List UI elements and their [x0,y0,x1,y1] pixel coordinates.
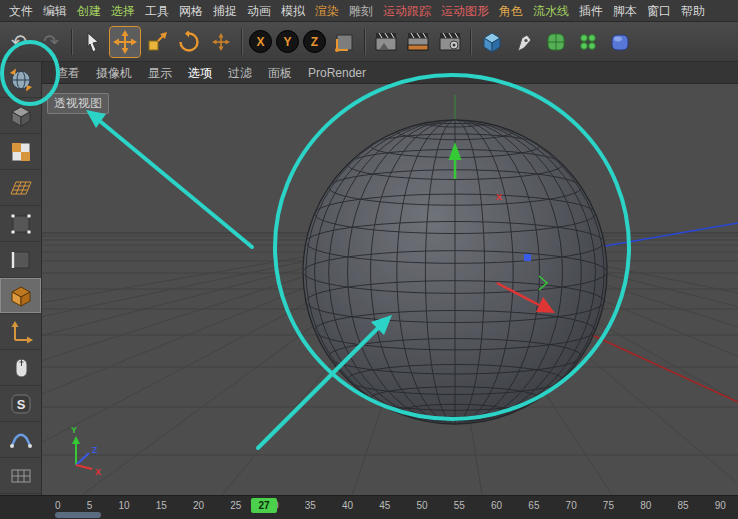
menu-pipeline[interactable]: 流水线 [528,0,574,22]
last-used-tool-icon[interactable] [206,27,236,57]
menu-mesh[interactable]: 网格 [174,0,208,22]
menu-motion-tracker[interactable]: 运动跟踪 [378,0,436,22]
application-window: 文件 编辑 创建 选择 工具 网格 捕捉 动画 模拟 渲染 雕刻 运动跟踪 运动… [0,0,738,519]
polygons-mode-icon[interactable] [0,278,41,314]
snap-icon[interactable]: S [0,386,41,422]
menu-create[interactable]: 创建 [72,0,106,22]
timeline-tick: 50 [417,500,428,511]
viewport-solo-icon[interactable] [0,350,41,386]
modeling-settings-icon[interactable] [0,422,41,458]
current-frame-marker[interactable]: 27 [251,498,277,513]
svg-text:Z: Z [92,445,98,455]
timeline-tick: 25 [230,500,241,511]
timeline-tick: 45 [379,500,390,511]
svg-text:X: X [95,467,101,477]
timeline-tick: 70 [566,500,577,511]
x-lock-button[interactable]: X [249,30,272,53]
menu-script[interactable]: 脚本 [608,0,642,22]
view-menu-prorender[interactable]: ProRender [300,62,374,84]
menu-mograph[interactable]: 运动图形 [436,0,494,22]
timeline-tick: 10 [118,500,129,511]
timeline-tick: 80 [640,500,651,511]
redo-icon[interactable]: ↷ [36,27,66,57]
svg-text:Y: Y [71,425,77,435]
coordinate-system-icon[interactable] [329,27,359,57]
mograph-icon[interactable] [573,27,603,57]
menu-animate[interactable]: 动画 [242,0,276,22]
menu-edit[interactable]: 编辑 [38,0,72,22]
timeline-tick: 20 [193,500,204,511]
timeline-tick: 15 [156,500,167,511]
render-picture-viewer-icon[interactable] [403,27,433,57]
points-mode-icon[interactable] [0,206,41,242]
left-toolbar: S [0,62,42,495]
toolbar-separator [470,29,472,55]
workplane-mode-icon[interactable] [0,170,41,206]
timeline-tick: 90 [715,500,726,511]
menu-plugins[interactable]: 插件 [574,0,608,22]
menu-render[interactable]: 渲染 [310,0,344,22]
scene-canvas[interactable]: X Y Z X [42,84,738,495]
enable-axis-icon[interactable] [0,314,41,350]
timeline-tick: 0 [55,500,61,511]
scale-tool-icon[interactable] [142,27,172,57]
edges-mode-icon[interactable] [0,242,41,278]
toolbar-separator [241,29,243,55]
timeline-tick: 65 [528,500,539,511]
axis-orientation-indicator: Y Z X [71,425,101,477]
render-settings-icon[interactable] [435,27,465,57]
menu-simulate[interactable]: 模拟 [276,0,310,22]
timeline-scrollbar-handle[interactable] [55,512,101,518]
svg-text:S: S [16,397,25,412]
view-menu-cameras[interactable]: 摄像机 [88,62,140,84]
menubar: 文件 编辑 创建 选择 工具 网格 捕捉 动画 模拟 渲染 雕刻 运动跟踪 运动… [0,0,738,22]
live-selection-icon[interactable] [78,27,108,57]
viewport-label: 透视视图 [47,93,109,114]
cube-primitive-icon[interactable] [477,27,507,57]
timeline-tick: 60 [491,500,502,511]
model-mode-icon[interactable] [0,98,41,134]
svg-text:X: X [496,192,502,202]
menu-snap[interactable]: 捕捉 [208,0,242,22]
timeline-tick: 40 [342,500,353,511]
timeline-tick: 35 [305,500,316,511]
view-menu-filter[interactable]: 过滤 [220,62,260,84]
z-lock-button[interactable]: Z [303,30,326,53]
timeline-tick: 55 [454,500,465,511]
menu-help[interactable]: 帮助 [676,0,710,22]
viewport-menubar: 查看 摄像机 显示 选项 过滤 面板 ProRender [42,62,738,84]
menu-window[interactable]: 窗口 [642,0,676,22]
rotate-tool-icon[interactable] [174,27,204,57]
timeline-tick: 75 [603,500,614,511]
view-menu-view[interactable]: 查看 [48,62,88,84]
spline-pen-icon[interactable] [509,27,539,57]
view-menu-options[interactable]: 选项 [180,62,220,84]
view-menu-display[interactable]: 显示 [140,62,180,84]
move-tool-icon[interactable] [110,27,140,57]
subdivision-surface-icon[interactable] [541,27,571,57]
timeline-tick: 85 [677,500,688,511]
simulate-icon[interactable] [605,27,635,57]
timeline[interactable]: 0 5 10 15 20 25 30 35 40 45 50 55 60 65 … [0,495,738,519]
main-toolbar: ↶ ↷ X Y Z [0,22,738,62]
timeline-tick: 5 [87,500,93,511]
render-view-icon[interactable] [371,27,401,57]
undo-icon[interactable]: ↶ [4,27,34,57]
menu-sculpt[interactable]: 雕刻 [344,0,378,22]
menu-file[interactable]: 文件 [4,0,38,22]
viewport[interactable]: X Y Z X 透视视图 [42,84,738,495]
view-menu-panel[interactable]: 面板 [260,62,300,84]
timeline-ruler[interactable]: 0 5 10 15 20 25 30 35 40 45 50 55 60 65 … [55,496,726,514]
texture-mode-icon[interactable] [0,134,41,170]
convert-to-editable-icon[interactable] [0,62,41,98]
menu-select[interactable]: 选择 [106,0,140,22]
workplane-lock-icon[interactable] [0,458,41,494]
menu-tools[interactable]: 工具 [140,0,174,22]
toolbar-separator [71,29,73,55]
menu-character[interactable]: 角色 [494,0,528,22]
y-lock-button[interactable]: Y [276,30,299,53]
toolbar-separator [364,29,366,55]
